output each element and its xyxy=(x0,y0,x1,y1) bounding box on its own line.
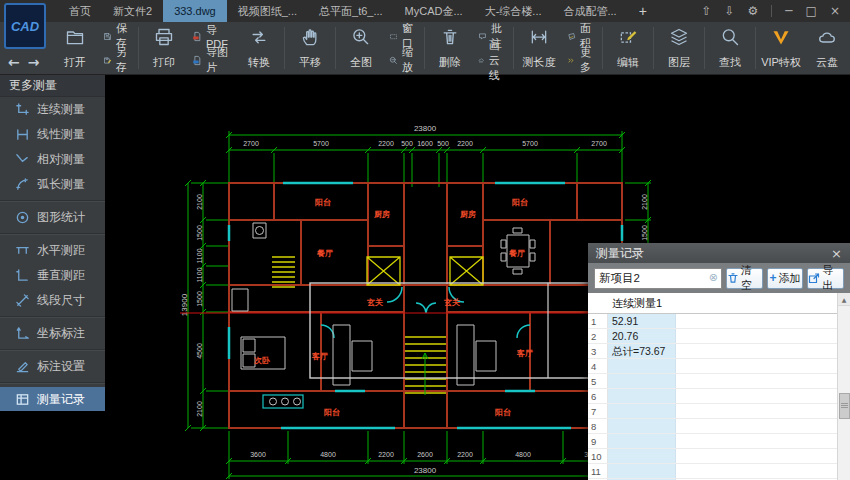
share-icon[interactable]: ⇧ xyxy=(701,4,711,18)
table-row[interactable]: 9 xyxy=(588,434,850,449)
export-image-label: 导图片 xyxy=(206,45,231,75)
edit-label: 编辑 xyxy=(617,55,639,70)
export-pdf-button[interactable]: 导PDF xyxy=(189,26,234,46)
sidebar-divider xyxy=(0,382,105,384)
save-button[interactable]: 保存 xyxy=(100,26,134,46)
tab-new-file-2[interactable]: 新文件2 xyxy=(102,0,163,22)
undo-button[interactable]: ← xyxy=(8,54,20,70)
table-row[interactable]: 1 52.91 xyxy=(588,314,850,329)
clear-label: 清空 xyxy=(741,263,762,293)
row-value xyxy=(607,464,676,478)
room-label: 阳台 xyxy=(324,407,340,417)
area-icon xyxy=(567,30,576,43)
table-row[interactable]: 6 xyxy=(588,389,850,404)
export-image-button[interactable]: 导图片 xyxy=(189,50,234,70)
pan-button[interactable]: 平移 xyxy=(287,22,333,74)
export-button[interactable]: 导出 xyxy=(807,268,844,289)
tab-piping[interactable]: 合成配管... xyxy=(553,0,628,22)
redo-button[interactable]: → xyxy=(28,54,40,70)
sidebar-item-annotation-settings[interactable]: 标注设置 xyxy=(0,354,105,379)
dim-label: 2200 xyxy=(378,451,394,458)
delete-button[interactable]: 删除 xyxy=(427,22,473,74)
sidebar-item-linear-measure[interactable]: 线性测量 xyxy=(0,122,105,147)
clear-button[interactable]: 清空 xyxy=(726,268,763,289)
add-button[interactable]: +添加 xyxy=(767,268,804,289)
sidebar-item-horizontal-distance[interactable]: 水平测距 xyxy=(0,238,105,263)
table-row[interactable]: 8 xyxy=(588,419,850,434)
tab-333-dwg[interactable]: 333.dwg xyxy=(163,0,227,22)
settings-gear-icon[interactable]: ⚙ xyxy=(748,4,759,18)
dim-label: 5700 xyxy=(522,140,538,147)
scroll-up-icon[interactable]: ▲ xyxy=(838,293,850,306)
more-measure-button[interactable]: 更多 xyxy=(564,50,598,70)
room-label: 厨房 xyxy=(459,209,476,219)
close-button[interactable]: × xyxy=(830,4,840,18)
vip-icon xyxy=(771,27,791,47)
sidebar-item-vertical-distance[interactable]: 垂直测距 xyxy=(0,263,105,288)
tab-video-drawing[interactable]: 视频图纸_... xyxy=(227,0,308,22)
table-row[interactable]: 7 xyxy=(588,404,850,419)
row-number: 4 xyxy=(588,359,607,373)
tab-complex-building[interactable]: 大-综合楼... xyxy=(474,0,553,22)
table-row[interactable]: 11 xyxy=(588,464,850,479)
row-spacer xyxy=(676,449,850,463)
new-tab-button[interactable]: + xyxy=(628,0,658,22)
zoom-button[interactable]: 缩放 xyxy=(386,50,420,70)
linear-measure-icon xyxy=(15,127,30,142)
vertical-distance-icon xyxy=(15,268,30,283)
table-row[interactable]: 5 xyxy=(588,374,850,389)
panel-close-icon[interactable]: × xyxy=(831,246,842,261)
sidebar-divider xyxy=(0,349,105,351)
minimize-button[interactable]: ─ xyxy=(785,4,792,18)
sidebar-item-segment-size[interactable]: 线段尺寸 xyxy=(0,288,105,313)
sidebar-item-continuous-measure[interactable]: 连续测量 xyxy=(0,97,105,122)
dim-label: 3600 xyxy=(250,451,266,458)
measure-length-button[interactable]: 测长度 xyxy=(516,22,562,74)
download-icon[interactable]: ⇩ xyxy=(725,4,735,18)
clear-input-icon[interactable]: ⊗ xyxy=(709,271,718,284)
tab-mycad[interactable]: MyCAD金... xyxy=(394,0,474,22)
sidebar-item-relative-measure[interactable]: 相对测量 xyxy=(0,147,105,172)
cloud-line-button[interactable]: 画云线 xyxy=(475,50,509,70)
table-row[interactable]: 4 xyxy=(588,359,850,374)
scrollbar-thumb[interactable] xyxy=(839,393,850,419)
maximize-button[interactable]: □ xyxy=(806,4,817,18)
sidebar-item-label: 图形统计 xyxy=(37,209,85,226)
vip-button[interactable]: VIP特权 xyxy=(758,22,804,74)
dim-label: 2100 xyxy=(641,194,648,210)
table-row[interactable]: 2 20.76 xyxy=(588,329,850,344)
room-labels: 阳台 阳台 厨房 厨房 餐厅 餐厅 玄关 玄关 次卧 客厅 客厅 阳台 阳台 xyxy=(253,197,533,417)
sidebar-item-shape-statistics[interactable]: 图形统计 xyxy=(0,205,105,230)
cloud-drive-button[interactable]: 云盘 xyxy=(804,22,850,74)
table-row[interactable]: 10 xyxy=(588,449,850,464)
row-spacer xyxy=(676,464,850,478)
area-button[interactable]: 面积 xyxy=(564,26,598,46)
dim-label: 2200 xyxy=(378,140,394,147)
row-number: 1 xyxy=(588,314,607,328)
edit-button[interactable]: 编辑 xyxy=(605,22,651,74)
save-as-button[interactable]: 另存 xyxy=(100,50,134,70)
print-button[interactable]: 打印 xyxy=(141,22,187,74)
sidebar-item-label: 线段尺寸 xyxy=(37,292,85,309)
convert-button[interactable]: 转换 xyxy=(236,22,282,74)
layers-button[interactable]: 图层 xyxy=(656,22,702,74)
table-scrollbar[interactable]: ▲ xyxy=(837,293,850,480)
tab-site-plan[interactable]: 总平面_t6_... xyxy=(308,0,394,22)
window-select-icon xyxy=(389,30,398,43)
dim-label: 2100 xyxy=(196,401,203,417)
sidebar-divider xyxy=(0,200,105,202)
find-button[interactable]: 查找 xyxy=(707,22,753,74)
row-spacer xyxy=(676,404,850,418)
table-row[interactable]: 3 总计=73.67 xyxy=(588,344,850,359)
search-icon xyxy=(720,27,740,47)
sidebar-item-arc-length-measure[interactable]: 弧长测量 xyxy=(0,172,105,197)
open-button[interactable]: 打开 xyxy=(52,22,98,74)
sidebar-item-coordinate-annotation[interactable]: 坐标标注 xyxy=(0,321,105,346)
project-name-input[interactable]: 新项目2 ⊗ xyxy=(594,268,722,289)
fit-view-button[interactable]: 全图 xyxy=(338,22,384,74)
room-label: 次卧 xyxy=(253,356,270,365)
sidebar-item-measure-record[interactable]: 测量记录 xyxy=(0,387,105,411)
trash-icon xyxy=(440,27,460,47)
window-zoom-button[interactable]: 窗口 xyxy=(386,26,420,46)
tab-home[interactable]: 首页 xyxy=(58,0,102,22)
